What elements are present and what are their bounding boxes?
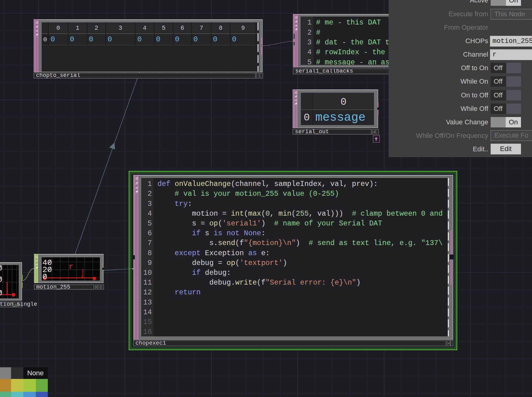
svg-text:0: 0 bbox=[0, 289, 2, 298]
svg-text:0: 0 bbox=[0, 265, 2, 273]
svg-text:0: 0 bbox=[0, 275, 2, 284]
svg-text:r: r bbox=[69, 262, 74, 271]
